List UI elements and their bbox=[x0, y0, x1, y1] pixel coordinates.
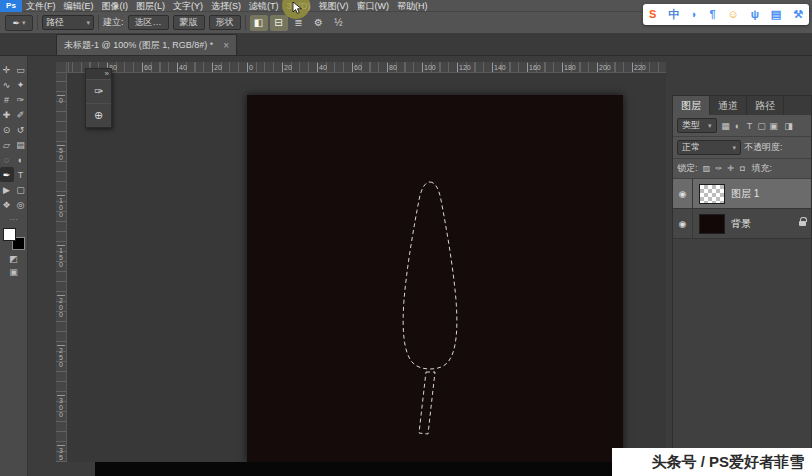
rectangle-tool[interactable]: ▢ bbox=[14, 182, 28, 197]
foreground-color-swatch[interactable] bbox=[3, 228, 16, 241]
make-selection-button[interactable]: 选区… bbox=[128, 15, 169, 30]
type-filter-icon[interactable]: T bbox=[744, 119, 756, 133]
keyboard-icon[interactable]: ▤ bbox=[771, 4, 781, 25]
layer-visibility-eye-icon[interactable]: ◉ bbox=[673, 209, 693, 238]
selection-outline-stick bbox=[419, 372, 435, 434]
sogou-input-toolbar[interactable]: S中◗¶☺ψ▤⚒ bbox=[643, 4, 809, 25]
path-alignment-icon[interactable]: ⊟ bbox=[270, 15, 288, 31]
menu-item-9[interactable]: 窗口(W) bbox=[353, 0, 394, 12]
eraser-tool[interactable]: ▱ bbox=[0, 137, 14, 152]
layers-list: ◉图层 1◉背景 bbox=[673, 179, 811, 461]
lasso-tool[interactable]: ∿ bbox=[0, 77, 14, 92]
constrain-icon[interactable]: ½ bbox=[330, 15, 348, 31]
punctuation-icon[interactable]: ¶ bbox=[710, 4, 716, 25]
menu-item-10[interactable]: 帮助(H) bbox=[393, 0, 432, 12]
chinese-english-toggle[interactable]: 中 bbox=[668, 4, 679, 25]
hand-tool[interactable]: ❖ bbox=[0, 197, 14, 212]
dodge-tool[interactable]: ◐ bbox=[14, 152, 28, 167]
clone-source-panel-icon[interactable]: ⊕ bbox=[86, 103, 111, 127]
blend-mode-select[interactable]: 正常 ▾ bbox=[677, 140, 741, 155]
quick-mask-icon[interactable]: ◩ bbox=[0, 253, 27, 266]
photoshop-logo: Ps bbox=[0, 0, 22, 12]
color-swatches bbox=[3, 228, 25, 250]
tools-palette: ✛▭∿✦#✑✚✐⊙↺▱▤◌◐✒T▶▢❖◎ ⋯ ◩ ▣ bbox=[0, 56, 28, 476]
layer-visibility-eye-icon[interactable]: ◉ bbox=[673, 179, 693, 208]
make-mask-button[interactable]: 蒙版 bbox=[173, 15, 205, 30]
rectangular-marquee-tool[interactable]: ▭ bbox=[14, 62, 28, 77]
chevron-down-icon: ▾ bbox=[86, 19, 90, 27]
fill-label: 填充: bbox=[752, 162, 773, 175]
document-window: 8060402002040608010012014016018020022024… bbox=[56, 62, 666, 462]
panel-tab-通道[interactable]: 通道 bbox=[710, 96, 747, 115]
brush-panel-icon[interactable]: ✑ bbox=[86, 79, 111, 103]
menu-item-3[interactable]: 图层(L) bbox=[132, 0, 169, 12]
make-shape-button[interactable]: 形状 bbox=[209, 15, 241, 30]
panel-tab-图层[interactable]: 图层 bbox=[673, 96, 710, 115]
ruler-top-label: 200 bbox=[597, 63, 611, 73]
gradient-tool[interactable]: ▤ bbox=[14, 137, 28, 152]
screen-mode-icon[interactable]: ▣ bbox=[0, 266, 27, 279]
full-half-width-icon[interactable]: ◗ bbox=[691, 4, 698, 25]
expand-panel-icon[interactable]: » bbox=[86, 69, 111, 79]
tools-grid: ✛▭∿✦#✑✚✐⊙↺▱▤◌◐✒T▶▢❖◎ bbox=[0, 62, 27, 212]
layer-name: 背景 bbox=[731, 217, 797, 231]
blur-tool[interactable]: ◌ bbox=[0, 152, 14, 167]
horizontal-ruler: 8060402002040608010012014016018020022024… bbox=[67, 62, 666, 73]
collapsed-panel-dock: » ✑⊕ bbox=[85, 68, 112, 128]
canvas[interactable] bbox=[247, 95, 623, 462]
toolbox-icon[interactable]: ⚒ bbox=[793, 4, 803, 25]
layer-thumbnail[interactable] bbox=[699, 214, 725, 234]
tool-preset-picker[interactable]: ✒ ▾ bbox=[5, 15, 33, 31]
pasteboard bbox=[67, 73, 666, 462]
clone-stamp-tool[interactable]: ⊙ bbox=[0, 122, 14, 137]
path-operations-icon[interactable]: ◧ bbox=[250, 15, 268, 31]
opacity-label: 不透明度: bbox=[744, 141, 783, 154]
layer-row[interactable]: ◉背景 bbox=[673, 209, 811, 239]
layer-row[interactable]: ◉图层 1 bbox=[673, 179, 811, 209]
move-tool[interactable]: ✛ bbox=[0, 62, 14, 77]
layer-thumbnail[interactable] bbox=[699, 184, 725, 204]
smart-object-filter-icon[interactable]: ▣ bbox=[768, 119, 780, 133]
mouse-cursor bbox=[292, 1, 304, 19]
menu-item-8[interactable]: 视图(V) bbox=[315, 0, 353, 12]
ruler-top-label: 80 bbox=[387, 63, 397, 73]
crop-tool[interactable]: # bbox=[0, 92, 14, 107]
lock-position-icon[interactable]: ✛ bbox=[725, 162, 737, 176]
gear-icon[interactable]: ⚙ bbox=[310, 15, 328, 31]
close-tab-icon[interactable]: × bbox=[223, 40, 229, 51]
menu-item-1[interactable]: 编辑(E) bbox=[60, 0, 98, 12]
path-selection-tool[interactable]: ▶ bbox=[0, 182, 14, 197]
filter-kind-select[interactable]: 类型 ▾ bbox=[677, 118, 717, 133]
menu-item-0[interactable]: 文件(F) bbox=[22, 0, 60, 12]
lock-pixels-icon[interactable]: ✑ bbox=[713, 162, 725, 176]
menu-item-2[interactable]: 图像(I) bbox=[98, 0, 133, 12]
document-tab[interactable]: 未标题-1 @ 100% (图层 1, RGB/8#) * × bbox=[56, 34, 237, 55]
sogou-logo[interactable]: S bbox=[649, 4, 656, 25]
shape-filter-icon[interactable]: ▢ bbox=[756, 119, 768, 133]
eyedropper-tool[interactable]: ✑ bbox=[14, 92, 28, 107]
voice-input-icon[interactable]: ψ bbox=[751, 4, 759, 25]
ruler-top-label: 60 bbox=[352, 63, 362, 73]
history-brush-tool[interactable]: ↺ bbox=[14, 122, 28, 137]
filter-toggle-icon[interactable]: ◨ bbox=[783, 119, 795, 133]
adjustment-filter-icon[interactable]: ◐ bbox=[732, 119, 744, 133]
menu-item-6[interactable]: 滤镜(T) bbox=[245, 0, 283, 12]
lock-all-icon[interactable]: ◘ bbox=[737, 162, 749, 176]
watermark-text: 头条号 / PS爱好者菲雪 bbox=[651, 453, 804, 472]
spot-healing-brush-tool[interactable]: ✚ bbox=[0, 107, 14, 122]
make-label: 建立: bbox=[103, 16, 124, 29]
brush-tool[interactable]: ✐ bbox=[14, 107, 28, 122]
quick-selection-tool[interactable]: ✦ bbox=[14, 77, 28, 92]
menu-item-4[interactable]: 文字(Y) bbox=[169, 0, 207, 12]
panel-tab-路径[interactable]: 路径 bbox=[747, 96, 784, 115]
lock-transparency-icon[interactable]: ▨ bbox=[701, 162, 713, 176]
pen-mode-select[interactable]: 路径 ▾ bbox=[42, 15, 94, 30]
menu-item-5[interactable]: 选择(S) bbox=[207, 0, 245, 12]
pen-tool-icon: ✒ bbox=[12, 18, 20, 28]
pixel-filter-icon[interactable]: ▦ bbox=[720, 119, 732, 133]
emoji-icon[interactable]: ☺ bbox=[728, 4, 739, 25]
pen-tool[interactable]: ✒ bbox=[0, 167, 14, 182]
type-tool[interactable]: T bbox=[14, 167, 28, 182]
separator bbox=[98, 15, 99, 30]
zoom-tool[interactable]: ◎ bbox=[14, 197, 28, 212]
